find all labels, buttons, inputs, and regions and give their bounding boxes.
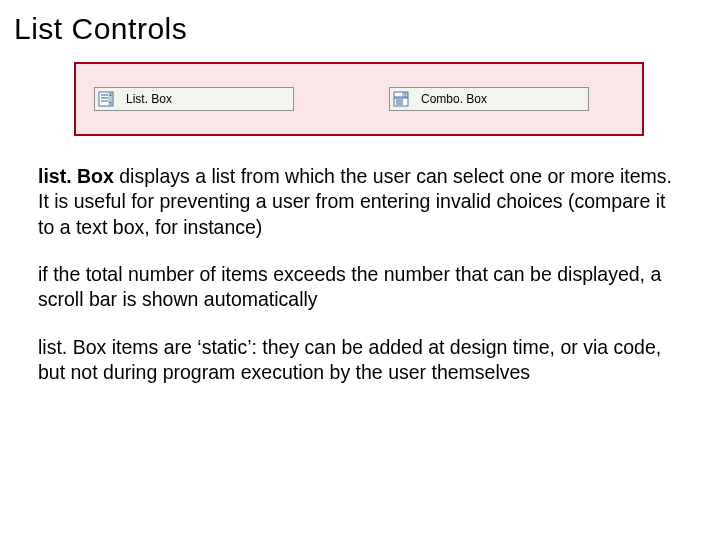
body-text: list. Box displays a list from which the…: [38, 164, 676, 385]
paragraph-1-lead: list. Box: [38, 165, 114, 187]
paragraph-1-rest: displays a list from which the user can …: [38, 165, 672, 238]
paragraph-1: list. Box displays a list from which the…: [38, 164, 676, 240]
controls-highlight-box: List. Box Combo. Box: [74, 62, 644, 136]
combobox-icon: [390, 88, 413, 110]
toolbox-item-label: List. Box: [118, 88, 180, 110]
listbox-icon: [95, 88, 118, 110]
page-title: List Controls: [14, 12, 700, 46]
toolbox-item-combobox: Combo. Box: [389, 87, 589, 111]
paragraph-2: if the total number of items exceeds the…: [38, 262, 676, 313]
toolbox-item-label: Combo. Box: [413, 88, 495, 110]
toolbox-item-listbox: List. Box: [94, 87, 294, 111]
paragraph-3: list. Box items are ‘static’: they can b…: [38, 335, 676, 386]
slide: List Controls List. Box: [0, 0, 720, 540]
